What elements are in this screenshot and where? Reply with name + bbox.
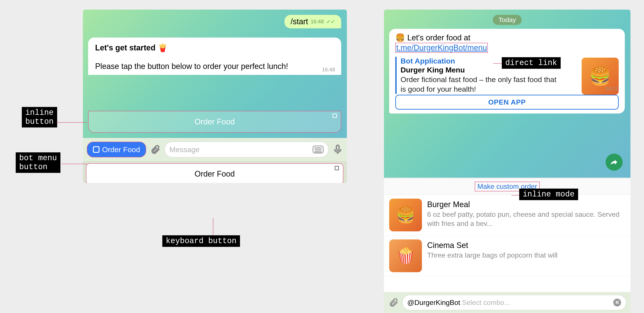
menu-button-label: Order Food bbox=[102, 145, 140, 154]
telegram-chat-right: Today 🍔 Let's order food at t.me/DurgerK… bbox=[384, 10, 630, 313]
result-title: Cinema Set bbox=[427, 241, 625, 250]
inline-placeholder: Select combo... bbox=[462, 298, 612, 307]
result-thumbnail: 🍿 bbox=[389, 239, 422, 272]
result-thumbnail: 🍔 bbox=[389, 199, 422, 231]
reply-keyboard-panel: Order Food bbox=[83, 161, 347, 183]
message-placeholder: Message bbox=[170, 145, 200, 154]
keyboard-toggle-icon[interactable] bbox=[312, 146, 324, 153]
message-input[interactable]: @DurgerKingBot Select combo... ✕ bbox=[402, 295, 626, 310]
direct-link[interactable]: t.me/DurgerKingBot/menu bbox=[395, 43, 488, 53]
paperclip-icon bbox=[150, 144, 160, 155]
outgoing-text: /start bbox=[290, 17, 308, 26]
chat-background: /start 16:48 ✓✓ Let's get started 🍟 Plea… bbox=[83, 10, 347, 183]
inline-switch-pm-row: Make custom order bbox=[384, 179, 630, 195]
incoming-time: 16:48 bbox=[322, 67, 335, 73]
incoming-heading: Let's get started 🍟 bbox=[95, 43, 334, 52]
annotation-connector bbox=[57, 122, 87, 123]
forward-button[interactable] bbox=[606, 154, 622, 171]
paperclip-icon bbox=[388, 297, 399, 308]
keyboard-button-label: Order Food bbox=[194, 169, 235, 179]
clear-input-button[interactable]: ✕ bbox=[613, 298, 621, 306]
inline-button-label: Order Food bbox=[194, 117, 235, 126]
message-text-prefix: 🍔 Let's order food at bbox=[395, 33, 619, 42]
annotation-bot-menu-button: bot menu button bbox=[16, 152, 60, 173]
svg-rect-0 bbox=[336, 145, 339, 150]
open-app-button[interactable]: OPEN APP bbox=[395, 95, 619, 110]
date-separator: Today bbox=[493, 15, 522, 25]
inline-results-list[interactable]: 🍔 Burger Meal 6 oz beef patty, potato pu… bbox=[384, 195, 630, 292]
bot-menu-button[interactable]: Order Food bbox=[87, 142, 146, 157]
result-description: 6 oz beef patty, potato pun, cheese and … bbox=[427, 210, 625, 228]
attach-button[interactable] bbox=[388, 297, 399, 308]
result-description: Three extra large bags of popcorn that w… bbox=[427, 251, 625, 260]
webapp-icon bbox=[335, 166, 339, 170]
forward-arrow-icon bbox=[610, 158, 618, 166]
microphone-icon bbox=[332, 144, 343, 155]
attach-button[interactable] bbox=[150, 144, 160, 155]
annotation-connector bbox=[213, 218, 213, 235]
annotation-inline-button: inline button bbox=[22, 107, 57, 127]
voice-button[interactable] bbox=[332, 144, 343, 155]
webapp-box-icon bbox=[93, 146, 100, 153]
annotation-keyboard-button: keyboard button bbox=[162, 235, 240, 247]
chat-input-bar: Order Food Message bbox=[83, 138, 347, 161]
annotation-direct-link: direct link bbox=[502, 57, 561, 69]
webapp-icon bbox=[332, 114, 337, 118]
reply-keyboard-button[interactable]: Order Food bbox=[86, 163, 344, 183]
chat-input-bar: @DurgerKingBot Select combo... ✕ bbox=[384, 292, 630, 313]
incoming-body: Please tap the button below to order you… bbox=[95, 61, 334, 72]
annotation-connector bbox=[493, 63, 502, 64]
preview-description: Order fictional fast food – the only fas… bbox=[400, 75, 558, 94]
incoming-message[interactable]: Let's get started 🍟 Please tap the butto… bbox=[88, 38, 341, 75]
outgoing-message[interactable]: /start 16:48 ✓✓ bbox=[284, 15, 341, 28]
inline-result[interactable]: 🍔 Burger Meal 6 oz beef patty, potato pu… bbox=[384, 195, 630, 235]
telegram-chat-left: /start 16:48 ✓✓ Let's get started 🍟 Plea… bbox=[83, 10, 347, 183]
inline-result[interactable]: 🍿 Cinema Set Three extra large bags of p… bbox=[384, 235, 630, 276]
chat-background: Today 🍔 Let's order food at t.me/DurgerK… bbox=[384, 10, 630, 178]
incoming-message[interactable]: 🍔 Let's order food at t.me/DurgerKingBot… bbox=[389, 29, 625, 114]
result-title: Burger Meal bbox=[427, 200, 625, 209]
annotation-connector bbox=[511, 195, 519, 196]
message-time: 14:11 bbox=[605, 86, 618, 92]
inline-keyboard-button[interactable]: Order Food bbox=[88, 111, 341, 133]
message-input[interactable]: Message bbox=[164, 142, 328, 157]
outgoing-time: 16:48 bbox=[311, 19, 324, 25]
annotation-connector bbox=[62, 164, 87, 164]
read-ticks-icon: ✓✓ bbox=[326, 19, 335, 25]
inline-mention: @DurgerKingBot bbox=[407, 298, 460, 307]
annotation-inline-mode: inline mode bbox=[519, 189, 578, 200]
